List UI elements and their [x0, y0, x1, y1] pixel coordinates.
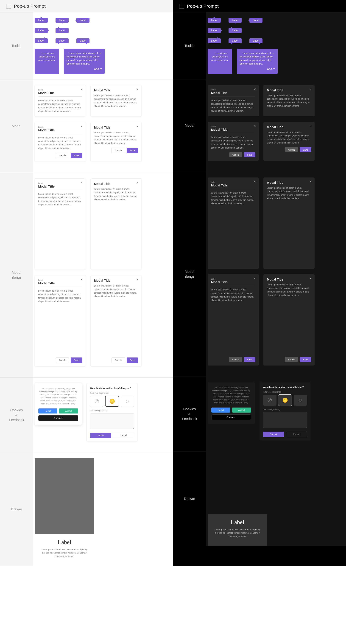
- header: Pop-up Prompt: [0, 0, 173, 12]
- drawer-placeholder-image: [34, 458, 94, 534]
- save-button[interactable]: Save: [244, 357, 255, 362]
- section-tooltip: Tooltip Label Label Label Label Label La…: [173, 12, 346, 79]
- section-modal-long: Modal (long) ✕ Label Modal Title Lorem i…: [173, 172, 346, 376]
- reject-button[interactable]: Reject: [211, 408, 230, 412]
- modal-long-actions-labeled: ✕ Label Modal Title Lorem ipsum dolor si…: [208, 274, 259, 366]
- cancel-button[interactable]: Cancle: [56, 153, 69, 158]
- close-icon[interactable]: ✕: [80, 278, 83, 281]
- close-icon[interactable]: ✕: [309, 88, 312, 91]
- close-icon[interactable]: ✕: [309, 124, 312, 128]
- face-happy-icon[interactable]: ☺: [121, 396, 134, 407]
- cancel-button[interactable]: Cancle: [56, 358, 69, 363]
- close-icon[interactable]: ✕: [80, 182, 83, 184]
- close-icon[interactable]: ✕: [136, 125, 139, 128]
- modal-title: Modal Title: [38, 282, 82, 287]
- save-button[interactable]: Save: [300, 147, 311, 152]
- close-icon[interactable]: ✕: [136, 88, 139, 91]
- close-icon[interactable]: ✕: [254, 277, 256, 280]
- cookie-consent: We use cookies to optimally design and c…: [34, 383, 82, 425]
- modal-body: Lorem ipsum dolor sit lorem a amet, cons…: [94, 131, 138, 145]
- save-button[interactable]: Save: [127, 358, 138, 363]
- header: Pop-up Prompt: [173, 0, 346, 12]
- cancel-button[interactable]: Cancle: [111, 148, 125, 153]
- modal-long-labeled: ✕ Label Modal Title Lorem ipsum dolor si…: [208, 178, 259, 269]
- section-label: Drawer: [173, 452, 206, 546]
- section-modal: Modal ✕ Label Modal Title Lorem ipsum do…: [173, 79, 346, 172]
- reject-button[interactable]: Reject: [38, 408, 57, 414]
- modal-body: Lorem ipsum dolor sit lorem a amet, cons…: [38, 289, 82, 355]
- dark-theme-column: Pop-up Prompt Tooltip Label Label Label …: [173, 0, 346, 566]
- modal-simple-labeled: ✕ Label Modal Title Lorem ipsum dolor si…: [34, 85, 86, 116]
- close-icon[interactable]: ✕: [136, 182, 139, 184]
- drawer-text: Lorem ipsum dolor sit amet, consectetur …: [41, 548, 88, 558]
- save-button[interactable]: Save: [244, 152, 255, 157]
- cancel-button[interactable]: Cancle: [229, 152, 242, 157]
- submit-button[interactable]: Submit: [263, 432, 284, 437]
- section-label: Modal: [173, 80, 206, 172]
- drawer-panel: Label Lorem ipsum dolor sit amet, consec…: [208, 514, 267, 546]
- modal-body: Lorem ipsum dolor sit lorem a amet, cons…: [94, 284, 138, 355]
- cancel-button[interactable]: Cancel: [286, 432, 307, 437]
- modal-body: Lorem ipsum dolor sit lorem a amet, cons…: [94, 94, 138, 108]
- save-button[interactable]: Save: [71, 358, 82, 363]
- feedback-comments-input[interactable]: [90, 413, 134, 429]
- modal-body: Lorem ipsum dolor sit lorem a amet, cons…: [267, 186, 311, 265]
- configure-button[interactable]: Configure: [38, 416, 78, 421]
- section-modal: Modal ✕ Label Modal Title Lorem ipsum do…: [0, 79, 173, 173]
- close-icon[interactable]: ✕: [136, 278, 139, 281]
- face-happy-icon[interactable]: ☺: [294, 394, 307, 406]
- close-icon[interactable]: ✕: [80, 88, 83, 91]
- section-label: Tooltip: [0, 12, 33, 79]
- modal-title: Modal Title: [38, 128, 82, 134]
- cancel-button[interactable]: Cancle: [285, 147, 298, 152]
- submit-button[interactable]: Submit: [90, 433, 111, 438]
- tooltip-bottom: Label: [55, 18, 68, 23]
- face-neutral-icon[interactable]: 😐: [278, 394, 292, 406]
- modal-title: Modal Title: [38, 91, 82, 96]
- tooltip-bottom-right: Label: [249, 38, 263, 43]
- cookie-text: We use cookies to optimally design and c…: [211, 386, 251, 404]
- accept-button[interactable]: Accept: [59, 408, 78, 414]
- drawer-title: Label: [214, 518, 261, 526]
- face-neutral-icon[interactable]: 😐: [105, 396, 119, 407]
- close-icon[interactable]: ✕: [254, 88, 256, 91]
- feedback-comments-label: Comments(optional):: [90, 410, 134, 412]
- close-icon[interactable]: ✕: [309, 180, 312, 183]
- accept-button[interactable]: Accept: [232, 408, 251, 412]
- page-title: Pop-up Prompt: [14, 4, 46, 9]
- modal-long-actions: ✕ Modal Title Lorem ipsum dolor sit lore…: [90, 275, 142, 366]
- drawer-panel: Label Lorem ipsum dolor sit amet, consec…: [34, 534, 94, 566]
- save-button[interactable]: Save: [300, 357, 311, 362]
- feedback-form: Was this information helpful to you? Rat…: [86, 383, 138, 442]
- tooltip-top-left: Label: [229, 28, 242, 33]
- modal-body: Lorem ipsum dolor sit lorem a amet, cons…: [211, 99, 255, 113]
- modal-title: Modal Title: [94, 279, 138, 283]
- drawer-title: Label: [41, 538, 88, 546]
- configure-button[interactable]: Configure: [211, 414, 251, 420]
- modal-overline: Label: [38, 88, 82, 91]
- tooltip-got-it[interactable]: GOT IT: [240, 68, 275, 71]
- modal-body: Lorem ipsum dolor sit lorem a amet, cons…: [211, 136, 255, 150]
- feedback-comments-input[interactable]: [263, 412, 307, 428]
- cancel-button[interactable]: Cancle: [229, 357, 242, 362]
- close-icon[interactable]: ✕: [254, 180, 256, 183]
- save-button[interactable]: Save: [127, 148, 138, 153]
- cancel-button[interactable]: Cancle: [285, 357, 298, 362]
- face-sad-icon[interactable]: ☹: [90, 396, 103, 407]
- close-icon[interactable]: ✕: [254, 124, 256, 128]
- close-icon[interactable]: ✕: [309, 277, 312, 280]
- save-button[interactable]: Save: [71, 153, 82, 158]
- section-modal-long: Modal (long) ✕ Label Modal Title Lorem i…: [0, 173, 173, 378]
- cancel-button[interactable]: Cancel: [113, 433, 134, 438]
- tooltip-top-left: Label: [55, 28, 68, 33]
- tooltip-bottom-left: Label: [55, 38, 68, 43]
- modal-long: ✕ Modal Title Lorem ipsum dolor sit lore…: [90, 178, 142, 270]
- close-icon[interactable]: ✕: [80, 125, 83, 128]
- modal-body: Lorem ipsum dolor sit lorem a amet, cons…: [267, 130, 311, 144]
- modal-title: Modal Title: [267, 125, 311, 130]
- tooltip-left: Label: [249, 18, 263, 23]
- tooltip-got-it[interactable]: GOT IT: [66, 68, 102, 71]
- cancel-button[interactable]: Cancle: [111, 358, 125, 363]
- feedback-question: Was this information helpful to you?: [90, 387, 134, 390]
- face-sad-icon[interactable]: ☹: [263, 394, 277, 406]
